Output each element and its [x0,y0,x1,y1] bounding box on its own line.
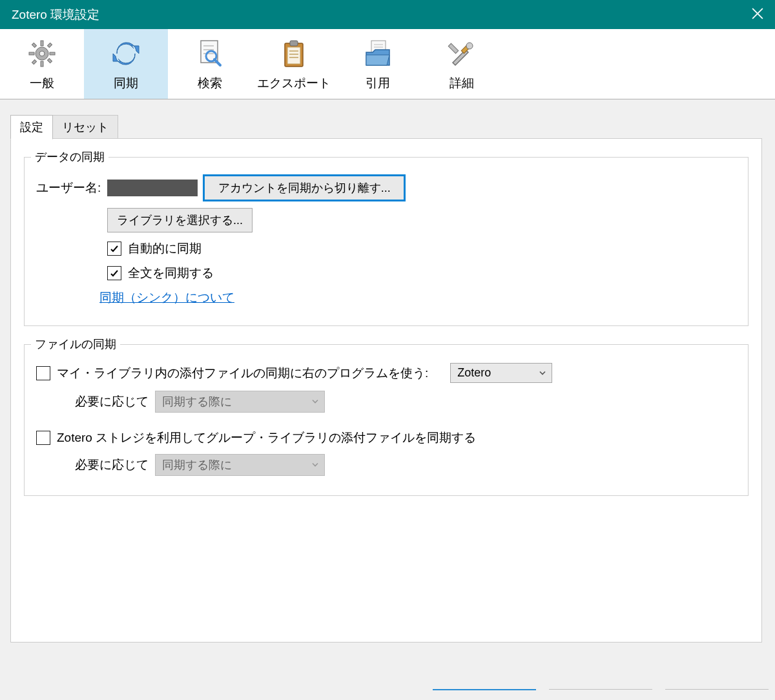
username-value-redacted [107,180,198,196]
window-title: Zotero 環境設定 [12,6,99,23]
tab-cite[interactable]: 引用 [336,29,420,99]
window-titlebar: Zotero 環境設定 [0,0,775,29]
chevron-down-icon [539,366,546,380]
my-library-download-label: 必要に応じて [75,393,149,410]
close-button[interactable] [739,0,775,29]
choose-libraries-button[interactable]: ライブラリを選択する... [107,208,253,232]
tab-export[interactable]: エクスポート [252,29,336,99]
group-library-download-mode-value: 同期する際に [162,458,232,471]
tab-sync-label: 同期 [114,75,138,92]
tab-export-label: エクスポート [257,75,331,92]
preferences-body: 設定 リセット データの同期 ユーザー名: アカウントを同期から切り離す... … [0,99,775,700]
svg-rect-10 [47,43,52,47]
svg-point-29 [466,43,473,49]
tab-general[interactable]: 一般 [0,29,84,99]
svg-rect-3 [41,41,43,46]
my-library-filesync-program-select[interactable]: Zotero [450,363,552,383]
svg-rect-4 [41,61,43,67]
svg-rect-19 [287,47,300,64]
tab-cite-label: 引用 [366,75,390,92]
clipboard-icon [276,36,311,71]
chevron-down-icon [311,395,319,409]
svg-rect-8 [47,58,52,63]
gear-icon [25,36,59,71]
tab-sync[interactable]: 同期 [84,29,168,99]
group-library-filesync-checkbox[interactable] [36,431,50,445]
preferences-toolbar: 一般 同期 検索 [0,29,775,99]
my-library-download-mode-select: 同期する際に [155,391,325,413]
svg-rect-5 [29,52,34,55]
group-library-download-label: 必要に応じて [75,457,149,473]
unlink-account-button[interactable]: アカウントを同期から切り離す... [204,176,404,200]
tools-icon [444,36,479,71]
svg-rect-28 [448,43,459,54]
tab-advanced-label: 詳細 [450,75,474,92]
fulltext-sync-label: 全文を同期する [128,265,214,282]
unlink-account-button-label: アカウントを同期から切り離す... [218,180,391,196]
subtab-settings[interactable]: 設定 [10,115,53,139]
footer-button-3[interactable] [665,689,769,696]
svg-rect-6 [50,52,55,55]
sync-subtabs: 設定 リセット [10,115,118,139]
svg-rect-7 [32,43,36,47]
footer-button-1[interactable] [433,689,536,697]
tab-advanced[interactable]: 詳細 [420,29,504,99]
settings-panel: データの同期 ユーザー名: アカウントを同期から切り離す... ライブラリを選択… [10,138,762,643]
subtab-reset[interactable]: リセット [53,115,118,139]
chevron-down-icon [311,458,319,472]
search-document-icon [192,36,227,71]
footer-button-2[interactable] [549,689,652,696]
group-data-sync-legend: データの同期 [31,149,108,165]
about-sync-link[interactable]: 同期（シンク）について [99,289,234,306]
tab-search[interactable]: 検索 [168,29,252,99]
svg-rect-20 [290,41,298,46]
my-library-filesync-program-value: Zotero [457,366,491,379]
group-library-filesync-label: Zotero ストレジを利用してグループ・ライブラリの添付ファイルを同期する [57,429,476,446]
group-data-sync: データの同期 ユーザー名: アカウントを同期から切り離す... ライブラリを選択… [24,157,749,326]
auto-sync-checkbox[interactable] [107,242,121,256]
group-file-sync: ファイルの同期 マイ・ライブラリ内の添付ファイルの同期に右のプログラムを使う: … [24,344,749,496]
group-file-sync-legend: ファイルの同期 [31,336,120,352]
choose-libraries-button-label: ライブラリを選択する... [117,212,243,228]
my-library-filesync-checkbox[interactable] [36,366,50,380]
tab-general-label: 一般 [30,75,54,92]
dialog-footer-buttons [433,689,769,697]
auto-sync-label: 自動的に同期 [128,240,202,257]
my-library-filesync-label: マイ・ライブラリ内の添付ファイルの同期に右のプログラムを使う: [57,365,428,382]
svg-rect-9 [32,59,36,64]
svg-point-11 [39,51,45,56]
tab-search-label: 検索 [198,75,222,92]
sync-arrows-icon [108,36,143,71]
username-label: ユーザー名: [36,180,101,196]
close-icon [752,8,763,22]
my-library-download-mode-value: 同期する際に [162,395,232,408]
group-library-download-mode-select: 同期する際に [155,454,325,476]
fulltext-sync-checkbox[interactable] [107,266,121,280]
folder-document-icon [360,36,395,71]
